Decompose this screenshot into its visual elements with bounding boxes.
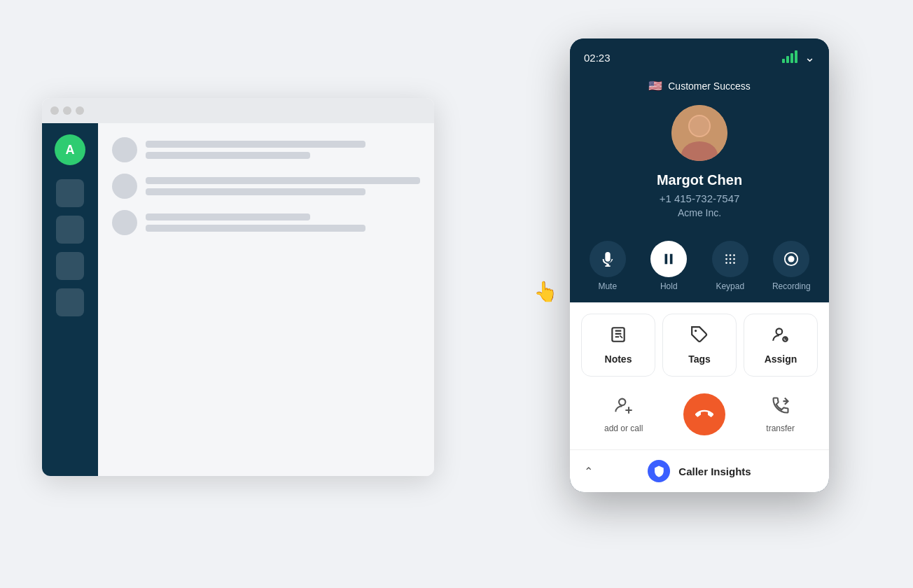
svg-point-8 [729,258,731,260]
action-cards-row: Notes Tags Assign [570,302,829,388]
signal-bar-4 [795,50,797,63]
window-titlebar [42,98,434,123]
keypad-label: Keypad [716,281,744,291]
notes-svg [609,326,627,344]
mute-icon-circle [590,241,626,277]
content-line [146,214,310,220]
cursor-hand-pointer: 👆 [534,280,558,303]
content-lines-2 [146,177,420,195]
signal-bars-icon [782,52,797,63]
contact-company: Acme Inc. [584,207,815,218]
call-controls-row: Mute Hold Keypad [570,230,829,302]
recording-control[interactable]: Recording [770,241,812,291]
sidebar-nav-item-4[interactable] [56,288,84,316]
content-avatar-2 [112,174,137,199]
mute-label: Mute [598,281,617,291]
shield-icon [653,465,665,477]
transfer-action[interactable]: transfer [766,396,795,433]
signal-bar-2 [786,56,789,63]
svg-point-17 [776,328,783,335]
add-or-call-action[interactable]: add or call [604,396,643,433]
svg-point-9 [733,258,735,260]
microphone-icon [600,251,615,267]
svg-point-4 [725,254,727,256]
content-line [146,225,365,232]
record-icon [783,251,799,267]
user-avatar: A [55,134,85,165]
recording-label: Recording [772,281,811,291]
content-line [146,177,420,184]
notes-icon [609,326,627,348]
content-row-2 [112,174,420,199]
assign-label: Assign [765,354,797,365]
window-dot-yellow [63,106,71,115]
sidebar-nav-item-1[interactable] [56,179,84,207]
app-sidebar: A [42,123,98,476]
tags-label: Tags [688,354,711,365]
tags-card[interactable]: Tags [662,314,737,377]
avatar-svg [671,105,727,161]
transfer-label: transfer [766,424,795,433]
keypad-control[interactable]: Keypad [709,241,751,291]
mute-control[interactable]: Mute [587,241,629,291]
content-row-3 [112,210,420,235]
queue-flag-icon: 🇺🇸 [648,79,662,92]
svg-point-16 [695,330,697,332]
window-dot-red [50,106,59,115]
bottom-actions-row: add or call transfer [570,388,829,449]
content-line [146,152,310,159]
transfer-svg [771,396,790,415]
background-app-window: A [42,98,434,476]
contact-name: Margot Chen [584,172,815,188]
svg-point-12 [733,262,735,264]
tag-svg [690,326,709,344]
pause-icon [661,251,676,267]
add-call-icon [614,396,634,419]
content-row-1 [112,137,420,162]
svg-point-19 [619,399,625,405]
signal-bar-1 [782,59,785,63]
assign-svg [772,326,790,344]
insights-icon-circle [648,460,670,482]
notes-label: Notes [605,354,632,365]
app-content-area [98,123,434,476]
contact-avatar-section [570,98,829,172]
window-dot-green [76,106,84,115]
call-timer: 02:23 [584,52,611,64]
keypad-icon [723,251,738,267]
end-call-button[interactable] [683,393,725,435]
insights-chevron-icon: ⌃ [584,465,593,478]
content-lines-3 [146,214,420,232]
notes-card[interactable]: Notes [581,314,655,377]
svg-point-3 [690,116,709,136]
content-line [146,141,365,148]
svg-point-7 [725,258,727,260]
sidebar-nav-item-2[interactable] [56,216,84,244]
caller-insights-label: Caller Insights [678,465,751,477]
recording-icon-circle [773,241,809,277]
contact-avatar [671,105,727,161]
assign-card[interactable]: Assign [744,314,818,377]
sidebar-nav-item-3[interactable] [56,252,84,280]
end-call-icon [695,405,713,424]
queue-label-row: 🇺🇸 Customer Success [570,74,829,98]
svg-point-6 [733,254,735,256]
collapse-button[interactable]: ⌄ [804,50,815,65]
svg-point-14 [788,255,795,262]
svg-point-10 [725,262,727,264]
add-or-call-label: add or call [604,424,643,433]
content-line [146,188,365,195]
caller-insights-bar[interactable]: ⌃ Caller Insights [570,449,829,492]
add-call-svg [614,396,634,415]
content-lines-1 [146,141,420,159]
svg-point-5 [729,254,731,256]
queue-name: Customer Success [668,80,750,92]
phone-widget: 02:23 ⌄ 🇺🇸 Customer Success Ma [570,38,829,492]
tags-icon [690,326,709,348]
hold-control[interactable]: Hold [648,241,690,291]
hold-label: Hold [660,281,678,291]
contact-phone: +1 415-732-7547 [584,192,815,204]
content-avatar-1 [112,137,137,162]
contact-info: Margot Chen +1 415-732-7547 Acme Inc. [570,172,829,230]
phone-header: 02:23 ⌄ [570,38,829,74]
